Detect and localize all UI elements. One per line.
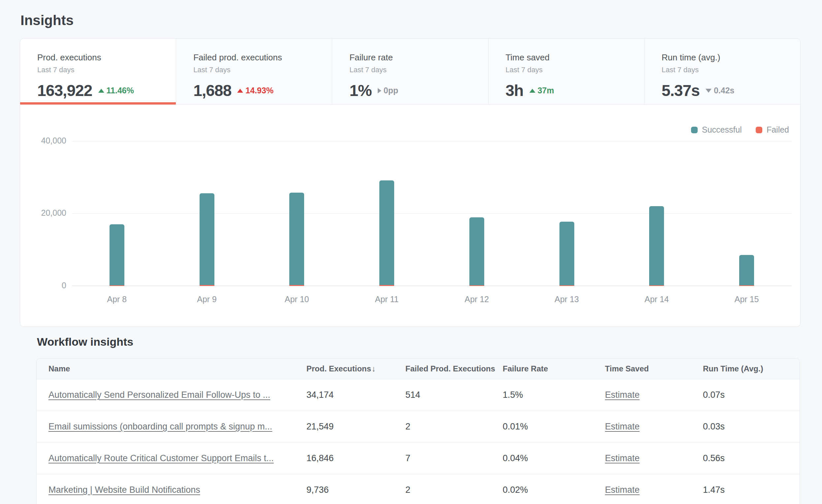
metric-label: Time saved	[506, 52, 644, 63]
metric-label: Failed prod. executions	[193, 52, 332, 63]
metric-delta-value: 37m	[538, 86, 554, 95]
metric-delta-value: 14.93%	[246, 86, 274, 95]
y-axis-tick: 0	[20, 281, 66, 290]
y-axis-tick: 40,000	[20, 136, 66, 145]
legend-item-successful[interactable]: Successful	[691, 125, 742, 134]
failed-segment	[199, 285, 215, 286]
table-header-row: Name Prod. Executions↓ Failed Prod. Exec…	[37, 359, 800, 379]
failure-rate-cell: 0.02%	[503, 485, 605, 495]
estimate-link[interactable]: Estimate	[605, 453, 640, 463]
column-header-name[interactable]: Name	[48, 364, 307, 373]
metric-period: Last 7 days	[662, 66, 800, 74]
failed-segment	[379, 285, 394, 286]
x-axis-tick: Apr 13	[522, 295, 612, 304]
legend-label: Failed	[767, 125, 789, 134]
prod-executions-cell: 34,174	[307, 390, 405, 400]
run-time-cell: 0.07s	[703, 390, 800, 400]
failure-rate-cell: 1.5%	[503, 390, 605, 400]
successful-segment	[469, 217, 484, 285]
failure-rate-cell: 0.01%	[503, 422, 605, 432]
x-axis-tick: Apr 10	[252, 295, 342, 304]
x-axis-tick: Apr 11	[342, 295, 432, 304]
workflow-name-link[interactable]: Email sumissions (onboarding call prompt…	[48, 422, 272, 431]
metric-delta-value: 0.42s	[714, 86, 735, 95]
column-header-run-time[interactable]: Run Time (Avg.)	[703, 364, 800, 373]
metric-delta-value: 0pp	[384, 86, 398, 95]
run-time-cell: 0.56s	[703, 453, 800, 463]
column-header-time-saved[interactable]: Time Saved	[605, 364, 703, 373]
page-title: Insights	[20, 13, 801, 28]
estimate-link[interactable]: Estimate	[605, 422, 640, 431]
trend-down-icon	[706, 89, 712, 93]
failed-prod-executions-cell: 2	[405, 485, 503, 495]
column-header-prod-executions[interactable]: Prod. Executions↓	[307, 364, 405, 373]
metric-period: Last 7 days	[193, 66, 332, 74]
failed-prod-executions-cell: 2	[405, 422, 503, 432]
workflow-name-link[interactable]: Automatically Send Personalized Email Fo…	[48, 390, 270, 400]
stacked-bar[interactable]	[379, 180, 394, 286]
workflow-insights-section: Workflow insights Name Prod. Executions↓…	[36, 336, 801, 504]
sort-desc-icon: ↓	[372, 364, 376, 373]
y-axis-tick: 20,000	[20, 208, 66, 218]
insights-page: Insights Prod. executions Last 7 days 16…	[0, 0, 822, 504]
prod-executions-cell: 16,846	[307, 453, 405, 463]
legend-item-failed[interactable]: Failed	[756, 125, 789, 134]
metric-delta: 37m	[529, 86, 554, 95]
metric-label: Prod. executions	[37, 52, 176, 63]
stacked-bar[interactable]	[109, 224, 124, 286]
stacked-bar[interactable]	[649, 206, 664, 286]
x-axis-tick: Apr 8	[72, 295, 162, 304]
successful-segment	[739, 255, 754, 285]
bar-slot-apr-12	[432, 141, 522, 286]
insights-panel: Prod. executions Last 7 days 163,922 11.…	[20, 38, 801, 327]
trend-up-icon	[237, 89, 243, 93]
metric-delta: 0.42s	[706, 86, 735, 95]
stacked-bar[interactable]	[199, 193, 215, 286]
metric-value: 163,922	[37, 81, 92, 100]
bar-slot-apr-9	[162, 141, 252, 286]
failed-segment	[469, 285, 484, 286]
tab-run-time-avg[interactable]: Run time (avg.) Last 7 days 5.37s 0.42s	[645, 39, 800, 104]
tab-prod-executions[interactable]: Prod. executions Last 7 days 163,922 11.…	[20, 39, 176, 104]
chart-legend: Successful Failed	[691, 125, 789, 134]
metric-delta-value: 11.46%	[106, 86, 134, 95]
x-axis-tick: Apr 14	[612, 295, 702, 304]
successful-segment	[109, 224, 124, 285]
active-tab-indicator	[20, 102, 176, 104]
prod-executions-cell: 21,549	[307, 422, 405, 432]
trend-up-icon	[529, 89, 535, 93]
bar-slot-apr-11	[342, 141, 432, 286]
stacked-bar[interactable]	[559, 222, 574, 286]
metric-period: Last 7 days	[349, 66, 488, 74]
metric-delta: 0pp	[378, 86, 398, 95]
bar-slot-apr-15	[702, 141, 792, 286]
metric-value: 3h	[506, 81, 523, 100]
tab-failed-prod-executions[interactable]: Failed prod. executions Last 7 days 1,68…	[176, 39, 332, 104]
column-header-failed-prod-executions[interactable]: Failed Prod. Executions	[405, 364, 503, 373]
x-axis-tick: Apr 15	[702, 295, 792, 304]
metric-value: 1,688	[193, 81, 231, 100]
bar-slot-apr-8	[72, 141, 162, 286]
failed-segment	[109, 285, 124, 286]
run-time-cell: 1.47s	[703, 485, 800, 495]
tab-failure-rate[interactable]: Failure rate Last 7 days 1% 0pp	[332, 39, 488, 104]
workflow-name-link[interactable]: Automatically Route Critical Customer Su…	[48, 453, 274, 463]
successful-segment	[289, 193, 304, 285]
workflow-table: Name Prod. Executions↓ Failed Prod. Exec…	[36, 358, 800, 504]
workflow-name-link[interactable]: Marketing | Website Build Notifications	[48, 485, 200, 495]
tab-time-saved[interactable]: Time saved Last 7 days 3h 37m	[488, 39, 645, 104]
estimate-link[interactable]: Estimate	[605, 485, 640, 495]
table-row: Automatically Route Critical Customer Su…	[37, 442, 800, 474]
metric-label: Failure rate	[349, 52, 488, 63]
metric-period: Last 7 days	[37, 66, 176, 74]
trend-up-icon	[98, 89, 104, 93]
metric-tabs: Prod. executions Last 7 days 163,922 11.…	[20, 39, 800, 104]
metric-value: 1%	[349, 81, 371, 100]
run-time-cell: 0.03s	[703, 422, 800, 432]
stacked-bar[interactable]	[739, 255, 754, 286]
stacked-bar[interactable]	[469, 217, 484, 286]
prod-executions-cell: 9,736	[307, 485, 405, 495]
column-header-failure-rate[interactable]: Failure Rate	[503, 364, 605, 373]
estimate-link[interactable]: Estimate	[605, 390, 640, 400]
stacked-bar[interactable]	[289, 193, 304, 286]
